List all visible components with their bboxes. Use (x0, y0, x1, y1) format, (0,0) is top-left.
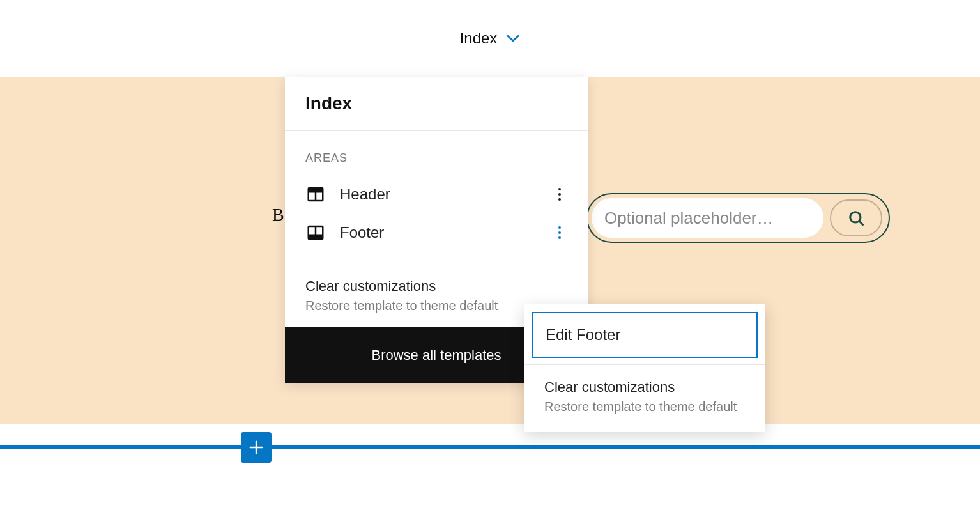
edit-footer-button[interactable]: Edit Footer (532, 312, 758, 358)
area-footer-menu-button[interactable] (552, 222, 567, 243)
svg-point-13 (558, 226, 561, 229)
svg-rect-12 (316, 227, 322, 234)
search-icon (847, 209, 865, 227)
svg-rect-6 (316, 193, 322, 200)
submenu-clear-customizations-button[interactable]: Clear customizations Restore template to… (532, 369, 758, 424)
submenu-clear-title: Clear customizations (544, 379, 745, 396)
svg-point-14 (558, 231, 561, 234)
browse-label: Browse all templates (372, 347, 501, 364)
header-layout-icon (305, 184, 326, 205)
add-block-button[interactable] (241, 432, 272, 463)
search-block (586, 193, 890, 243)
panel-title: Index (285, 77, 588, 131)
footer-layout-icon (305, 222, 326, 243)
submenu-clear-subtitle: Restore template to theme default (544, 399, 745, 414)
svg-rect-5 (309, 193, 315, 200)
submenu-divider (524, 364, 765, 365)
svg-line-1 (859, 221, 863, 225)
footer-area-submenu: Edit Footer Clear customizations Restore… (524, 304, 765, 432)
search-submit-button[interactable] (830, 199, 882, 236)
edit-footer-label: Edit Footer (546, 326, 620, 343)
search-input[interactable] (592, 198, 823, 238)
svg-point-7 (558, 188, 561, 190)
template-selector[interactable]: Index (460, 29, 521, 47)
block-insertion-line (0, 445, 980, 449)
areas-heading: AREAS (305, 151, 567, 165)
svg-point-8 (558, 193, 561, 196)
area-row-footer[interactable]: Footer (305, 213, 567, 252)
svg-rect-11 (309, 227, 315, 234)
kebab-icon (558, 225, 562, 240)
areas-section: AREAS Header Footer (285, 131, 588, 265)
template-selector-label: Index (460, 29, 498, 47)
chevron-down-icon (506, 34, 520, 43)
kebab-icon (558, 187, 562, 202)
svg-point-9 (558, 198, 561, 201)
plus-icon (247, 438, 265, 456)
area-label: Footer (340, 224, 538, 242)
area-label: Header (340, 185, 538, 203)
area-row-header[interactable]: Header (305, 175, 567, 213)
editor-canvas: Index AREAS Header Footer (0, 77, 980, 519)
svg-point-15 (558, 236, 561, 239)
top-toolbar: Index (0, 0, 980, 77)
clear-title: Clear customizations (305, 278, 567, 295)
area-header-menu-button[interactable] (552, 184, 567, 205)
